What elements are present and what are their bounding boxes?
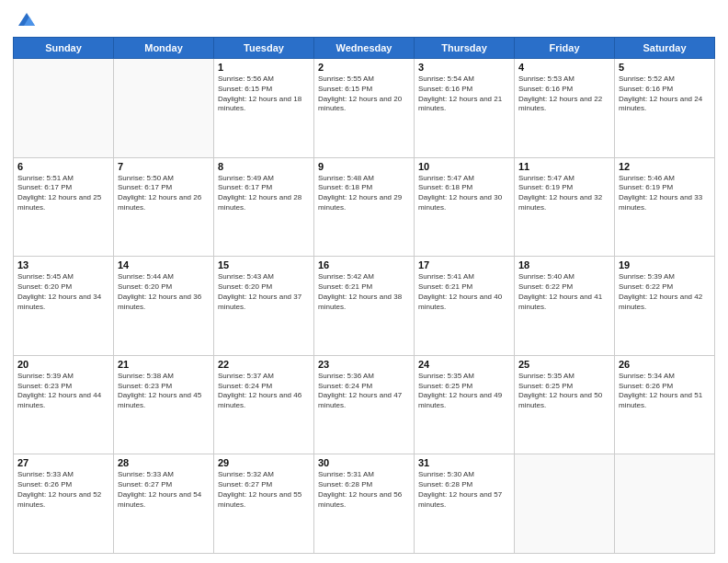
week-row-2: 6Sunrise: 5:51 AMSunset: 6:17 PMDaylight… [14,157,715,257]
header [13,9,715,29]
logo-icon [17,9,37,29]
day-number: 21 [118,359,210,370]
day-cell: 8Sunrise: 5:49 AMSunset: 6:17 PMDaylight… [214,157,314,257]
day-cell: 22Sunrise: 5:37 AMSunset: 6:24 PMDayligh… [214,355,314,454]
day-info: Sunrise: 5:40 AMSunset: 6:22 PMDaylight:… [518,272,610,312]
day-cell: 29Sunrise: 5:32 AMSunset: 6:27 PMDayligh… [214,454,314,554]
day-number: 14 [118,259,210,270]
day-cell: 2Sunrise: 5:55 AMSunset: 6:15 PMDaylight… [314,59,415,158]
day-number: 11 [518,161,610,172]
day-cell: 30Sunrise: 5:31 AMSunset: 6:28 PMDayligh… [314,454,415,554]
day-number: 3 [418,62,510,73]
day-cell: 5Sunrise: 5:52 AMSunset: 6:16 PMDaylight… [615,59,715,158]
day-info: Sunrise: 5:35 AMSunset: 6:25 PMDaylight:… [418,372,510,411]
day-number: 2 [318,62,410,73]
day-number: 23 [318,359,410,370]
day-cell: 3Sunrise: 5:54 AMSunset: 6:16 PMDaylight… [415,59,515,158]
day-info: Sunrise: 5:35 AMSunset: 6:25 PMDaylight:… [518,372,610,411]
day-number: 13 [17,259,109,270]
day-info: Sunrise: 5:39 AMSunset: 6:22 PMDaylight:… [619,272,711,312]
calendar-header: SundayMondayTuesdayWednesdayThursdayFrid… [14,38,715,59]
day-info: Sunrise: 5:47 AMSunset: 6:18 PMDaylight:… [418,174,510,213]
day-number: 16 [318,259,410,270]
day-cell [615,454,715,554]
header-row: SundayMondayTuesdayWednesdayThursdayFrid… [14,38,715,59]
day-number: 24 [418,359,510,370]
day-info: Sunrise: 5:32 AMSunset: 6:27 PMDaylight:… [218,470,310,510]
day-number: 27 [17,457,109,468]
header-cell-thursday: Thursday [415,38,515,59]
day-info: Sunrise: 5:41 AMSunset: 6:21 PMDaylight:… [418,272,510,312]
day-number: 25 [518,359,610,370]
day-cell: 13Sunrise: 5:45 AMSunset: 6:20 PMDayligh… [14,257,114,356]
day-cell: 20Sunrise: 5:39 AMSunset: 6:23 PMDayligh… [14,355,114,454]
day-info: Sunrise: 5:45 AMSunset: 6:20 PMDaylight:… [17,272,109,312]
day-cell: 12Sunrise: 5:46 AMSunset: 6:19 PMDayligh… [615,157,715,257]
header-cell-wednesday: Wednesday [314,38,415,59]
day-cell: 24Sunrise: 5:35 AMSunset: 6:25 PMDayligh… [415,355,515,454]
day-info: Sunrise: 5:49 AMSunset: 6:17 PMDaylight:… [218,174,310,213]
day-number: 6 [17,161,109,172]
day-number: 30 [318,457,410,468]
day-info: Sunrise: 5:46 AMSunset: 6:19 PMDaylight:… [619,174,711,213]
day-number: 7 [118,161,210,172]
day-cell: 7Sunrise: 5:50 AMSunset: 6:17 PMDaylight… [114,157,214,257]
day-info: Sunrise: 5:34 AMSunset: 6:26 PMDaylight:… [619,372,711,411]
day-info: Sunrise: 5:39 AMSunset: 6:23 PMDaylight:… [17,372,109,411]
day-cell: 21Sunrise: 5:38 AMSunset: 6:23 PMDayligh… [114,355,214,454]
day-cell: 9Sunrise: 5:48 AMSunset: 6:18 PMDaylight… [314,157,415,257]
day-number: 19 [619,259,711,270]
day-cell [114,59,214,158]
day-info: Sunrise: 5:55 AMSunset: 6:15 PMDaylight:… [318,75,410,114]
day-cell [515,454,615,554]
day-number: 12 [619,161,711,172]
week-row-5: 27Sunrise: 5:33 AMSunset: 6:26 PMDayligh… [14,454,715,554]
day-info: Sunrise: 5:42 AMSunset: 6:21 PMDaylight:… [318,272,410,312]
day-cell: 23Sunrise: 5:36 AMSunset: 6:24 PMDayligh… [314,355,415,454]
day-info: Sunrise: 5:56 AMSunset: 6:15 PMDaylight:… [218,75,310,114]
day-cell: 16Sunrise: 5:42 AMSunset: 6:21 PMDayligh… [314,257,415,356]
day-cell: 10Sunrise: 5:47 AMSunset: 6:18 PMDayligh… [415,157,515,257]
calendar-table: SundayMondayTuesdayWednesdayThursdayFrid… [13,37,715,554]
day-cell: 4Sunrise: 5:53 AMSunset: 6:16 PMDaylight… [515,59,615,158]
day-number: 8 [218,161,310,172]
header-cell-monday: Monday [114,38,214,59]
day-info: Sunrise: 5:53 AMSunset: 6:16 PMDaylight:… [518,75,610,114]
day-cell: 25Sunrise: 5:35 AMSunset: 6:25 PMDayligh… [515,355,615,454]
day-info: Sunrise: 5:33 AMSunset: 6:26 PMDaylight:… [17,470,109,510]
day-number: 17 [418,259,510,270]
day-number: 15 [218,259,310,270]
day-cell: 11Sunrise: 5:47 AMSunset: 6:19 PMDayligh… [515,157,615,257]
day-info: Sunrise: 5:44 AMSunset: 6:20 PMDaylight:… [118,272,210,312]
day-info: Sunrise: 5:33 AMSunset: 6:27 PMDaylight:… [118,470,210,510]
calendar-body: 1Sunrise: 5:56 AMSunset: 6:15 PMDaylight… [14,59,715,554]
page: SundayMondayTuesdayWednesdayThursdayFrid… [0,0,728,563]
logo [13,9,37,29]
day-number: 18 [518,259,610,270]
day-number: 9 [318,161,410,172]
day-info: Sunrise: 5:38 AMSunset: 6:23 PMDaylight:… [118,372,210,411]
day-info: Sunrise: 5:43 AMSunset: 6:20 PMDaylight:… [218,272,310,312]
week-row-1: 1Sunrise: 5:56 AMSunset: 6:15 PMDaylight… [14,59,715,158]
day-info: Sunrise: 5:52 AMSunset: 6:16 PMDaylight:… [619,75,711,114]
header-cell-saturday: Saturday [615,38,715,59]
day-cell: 15Sunrise: 5:43 AMSunset: 6:20 PMDayligh… [214,257,314,356]
day-number: 1 [218,62,310,73]
day-number: 28 [118,457,210,468]
header-cell-tuesday: Tuesday [214,38,314,59]
day-cell: 1Sunrise: 5:56 AMSunset: 6:15 PMDaylight… [214,59,314,158]
day-number: 26 [619,359,711,370]
week-row-3: 13Sunrise: 5:45 AMSunset: 6:20 PMDayligh… [14,257,715,356]
week-row-4: 20Sunrise: 5:39 AMSunset: 6:23 PMDayligh… [14,355,715,454]
day-cell: 26Sunrise: 5:34 AMSunset: 6:26 PMDayligh… [615,355,715,454]
header-cell-friday: Friday [515,38,615,59]
day-info: Sunrise: 5:50 AMSunset: 6:17 PMDaylight:… [118,174,210,213]
day-info: Sunrise: 5:51 AMSunset: 6:17 PMDaylight:… [17,174,109,213]
day-cell [14,59,114,158]
header-cell-sunday: Sunday [14,38,114,59]
day-cell: 27Sunrise: 5:33 AMSunset: 6:26 PMDayligh… [14,454,114,554]
day-info: Sunrise: 5:31 AMSunset: 6:28 PMDaylight:… [318,470,410,510]
day-cell: 19Sunrise: 5:39 AMSunset: 6:22 PMDayligh… [615,257,715,356]
day-cell: 31Sunrise: 5:30 AMSunset: 6:28 PMDayligh… [415,454,515,554]
day-cell: 28Sunrise: 5:33 AMSunset: 6:27 PMDayligh… [114,454,214,554]
